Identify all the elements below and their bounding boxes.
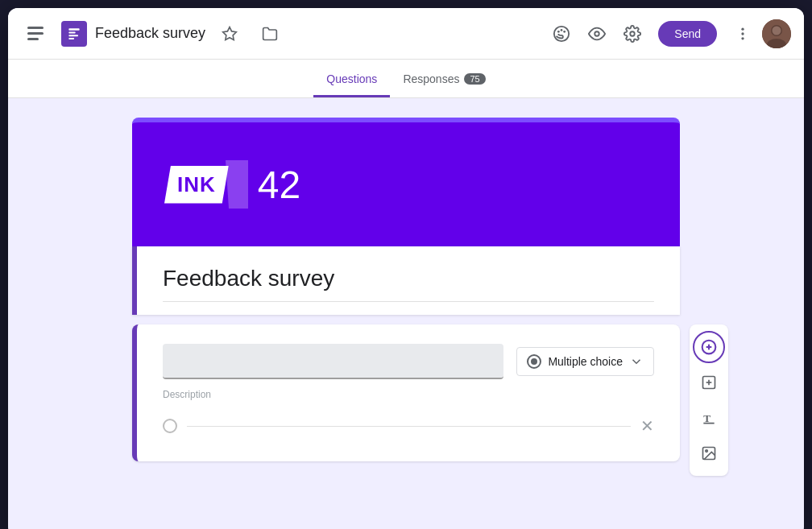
description-label: Description xyxy=(163,389,654,400)
header: Feedback survey xyxy=(8,8,804,60)
import-questions-tool[interactable] xyxy=(693,366,725,399)
import-icon xyxy=(701,374,717,391)
star-icon xyxy=(222,26,238,42)
svg-rect-1 xyxy=(68,31,75,33)
ink-logo-text: INK xyxy=(164,166,229,204)
question-top-row: Multiple choice xyxy=(163,344,654,379)
folder-icon xyxy=(262,26,278,42)
svg-point-28 xyxy=(706,450,708,453)
dropdown-arrow-icon xyxy=(629,354,644,369)
svg-point-13 xyxy=(741,37,744,39)
option-row: ✕ xyxy=(163,410,654,442)
option-radio xyxy=(163,419,177,433)
preview-button[interactable] xyxy=(581,18,613,50)
form-header-card: INK 42 xyxy=(132,118,680,246)
tabs-bar: Questions Responses 75 xyxy=(8,60,804,98)
avatar[interactable] xyxy=(762,19,791,48)
forms-logo-icon xyxy=(66,26,82,42)
svg-rect-3 xyxy=(68,38,74,39)
svg-point-12 xyxy=(741,32,744,35)
logo-area: INK 42 xyxy=(164,160,300,209)
tab-responses-label: Responses xyxy=(403,72,459,85)
svg-point-17 xyxy=(773,26,781,35)
avatar-image xyxy=(762,19,791,48)
responses-badge: 75 xyxy=(464,73,485,85)
question-input[interactable] xyxy=(163,344,503,379)
radio-icon-dot xyxy=(531,358,537,365)
form-wrapper: INK 42 Feedback survey xyxy=(132,118,680,461)
folder-button[interactable] xyxy=(254,18,286,50)
svg-point-9 xyxy=(595,31,600,36)
right-sidebar-tools: T xyxy=(690,324,728,476)
form-title: Feedback survey xyxy=(163,266,654,291)
avatar-svg xyxy=(762,19,791,48)
form-title-underline xyxy=(163,301,654,302)
question-type-label: Multiple choice xyxy=(548,355,623,368)
logo-number: 42 xyxy=(258,163,300,207)
settings-icon xyxy=(624,25,641,43)
title-text-icon: T xyxy=(701,410,717,426)
svg-marker-4 xyxy=(223,27,237,39)
header-right: Send xyxy=(545,18,791,50)
svg-point-7 xyxy=(561,29,563,31)
question-card: Multiple choice Description ✕ xyxy=(132,324,680,461)
forms-logo xyxy=(61,21,87,47)
svg-point-6 xyxy=(557,30,560,32)
add-image-tool[interactable] xyxy=(693,437,725,469)
menu-button[interactable] xyxy=(21,18,53,50)
slash-separator xyxy=(226,160,248,209)
more-button[interactable] xyxy=(727,18,759,50)
svg-rect-2 xyxy=(68,35,78,36)
svg-text:T: T xyxy=(703,412,710,424)
svg-rect-0 xyxy=(68,28,79,31)
image-icon xyxy=(701,445,717,461)
header-left: Feedback survey xyxy=(21,18,545,50)
star-button[interactable] xyxy=(213,18,246,50)
add-circle-icon xyxy=(701,339,717,355)
tab-responses[interactable]: Responses 75 xyxy=(390,63,498,97)
svg-point-8 xyxy=(564,30,566,32)
app-window: Feedback survey xyxy=(8,8,804,529)
option-input-line xyxy=(187,426,631,427)
question-type-selector[interactable]: Multiple choice xyxy=(516,347,654,376)
svg-marker-18 xyxy=(226,160,248,209)
document-title: Feedback survey xyxy=(95,25,205,42)
palette-button[interactable] xyxy=(545,18,578,50)
svg-point-11 xyxy=(741,27,744,30)
tab-questions[interactable]: Questions xyxy=(313,63,390,97)
tab-questions-label: Questions xyxy=(326,72,377,85)
form-title-card: Feedback survey xyxy=(132,246,680,315)
menu-icon xyxy=(27,24,47,43)
send-button[interactable]: Send xyxy=(658,21,717,47)
option-close-button[interactable]: ✕ xyxy=(640,416,654,436)
radio-type-icon xyxy=(527,354,541,369)
more-vertical-icon xyxy=(735,26,751,42)
eye-icon xyxy=(588,25,606,43)
settings-button[interactable] xyxy=(616,18,648,50)
svg-point-10 xyxy=(631,31,636,36)
palette-icon xyxy=(553,25,570,43)
main-content: INK 42 Feedback survey xyxy=(8,98,804,529)
add-title-tool[interactable]: T xyxy=(693,402,725,434)
add-question-tool[interactable] xyxy=(693,331,725,363)
